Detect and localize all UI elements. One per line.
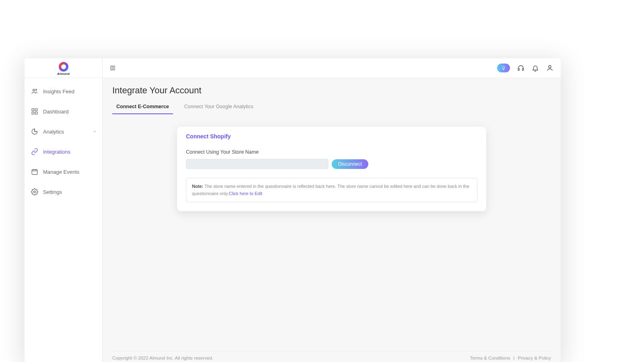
sidebar: Almund Insights Feed Dashboard: [25, 58, 103, 362]
svg-point-0: [33, 89, 35, 91]
sidebar-item-integrations[interactable]: Integrations: [25, 142, 102, 162]
topbar-actions: [497, 64, 553, 72]
tab-label: Connect E-Commerce: [116, 104, 169, 109]
sidebar-item-insights-feed[interactable]: Insights Feed: [25, 81, 102, 101]
bell-icon[interactable]: [532, 64, 539, 72]
calendar-icon: [31, 168, 38, 175]
footer-terms-link[interactable]: Terms & Conditions: [470, 356, 510, 360]
svg-point-1: [35, 89, 37, 90]
note-label: Note:: [192, 184, 203, 189]
svg-rect-6: [32, 170, 37, 175]
svg-rect-2: [32, 109, 34, 111]
sidebar-item-analytics[interactable]: Analytics: [25, 121, 102, 142]
footer: Copyright © 2022 Almund Inc. All rights …: [112, 351, 551, 360]
store-name-row: Disconnect: [186, 159, 477, 169]
topbar: [103, 58, 561, 78]
canvas: Almund Insights Feed Dashboard: [0, 0, 644, 362]
grid-icon: [31, 108, 38, 115]
sidebar-item-label: Integrations: [43, 149, 70, 155]
footer-divider: |: [514, 356, 515, 360]
disconnect-button[interactable]: Disconnect: [332, 159, 368, 169]
chevron-down-icon: [93, 130, 97, 134]
svg-point-13: [549, 66, 551, 68]
user-icon[interactable]: [546, 64, 553, 72]
card-title: Connect Shopify: [186, 133, 477, 140]
sidebar-nav: Insights Feed Dashboard Analytics: [25, 78, 102, 205]
footer-privacy-link[interactable]: Privacy & Policy: [518, 356, 551, 360]
pie-chart-icon: [31, 128, 38, 135]
brand-name: Almund: [57, 72, 70, 76]
brand-block: Almund: [25, 58, 102, 78]
sidebar-item-label: Settings: [43, 189, 62, 195]
users-icon: [31, 88, 38, 95]
tab-connect-ecommerce[interactable]: Connect E-Commerce: [112, 101, 173, 114]
sidebar-item-label: Manage Events: [43, 169, 79, 175]
hint-bulb-button[interactable]: [497, 64, 510, 72]
tab-connect-google-analytics[interactable]: Connect Your Google Analytics: [180, 101, 258, 114]
gear-icon: [31, 188, 38, 195]
app-window: Almund Insights Feed Dashboard: [25, 58, 561, 362]
headphones-icon[interactable]: [517, 64, 524, 72]
tabs: Connect E-Commerce Connect Your Google A…: [112, 101, 551, 115]
svg-rect-3: [35, 109, 37, 111]
svg-point-7: [34, 191, 36, 193]
edit-link[interactable]: Click here to Edit: [229, 191, 262, 196]
sidebar-item-settings[interactable]: Settings: [25, 182, 102, 202]
sidebar-item-manage-events[interactable]: Manage Events: [25, 162, 102, 182]
store-name-input[interactable]: [186, 159, 328, 169]
sidebar-item-dashboard[interactable]: Dashboard: [25, 101, 102, 121]
sidebar-item-label: Analytics: [43, 129, 64, 135]
menu-toggle-icon[interactable]: [109, 64, 116, 72]
svg-rect-12: [522, 69, 524, 71]
footer-copyright: Copyright © 2022 Almund Inc. All rights …: [112, 356, 213, 360]
connect-shopify-card: Connect Shopify Connect Using Your Store…: [177, 127, 486, 211]
content: Integrate Your Account Connect E-Commerc…: [103, 78, 561, 362]
page-title: Integrate Your Account: [112, 85, 551, 96]
svg-rect-11: [518, 69, 519, 71]
main-area: Integrate Your Account Connect E-Commerc…: [103, 58, 561, 362]
note-box: Note: The store name entered in the ques…: [186, 178, 477, 202]
sidebar-item-label: Dashboard: [43, 109, 69, 115]
brand-logo-icon: [59, 62, 68, 72]
link-icon: [31, 148, 38, 155]
sidebar-item-label: Insights Feed: [43, 88, 74, 95]
tab-label: Connect Your Google Analytics: [184, 104, 254, 109]
store-name-label: Connect Using Your Store Name: [186, 149, 477, 155]
svg-rect-5: [35, 112, 37, 114]
svg-rect-4: [32, 112, 34, 114]
